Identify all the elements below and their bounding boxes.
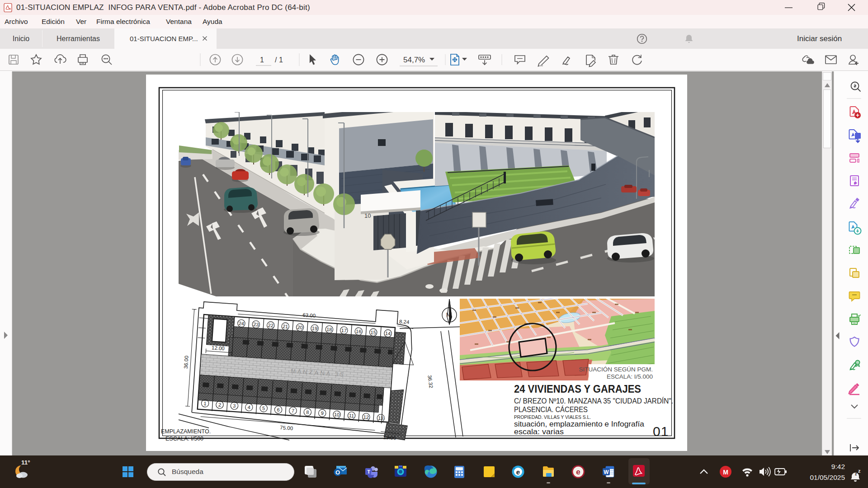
svg-text:20: 20 bbox=[297, 324, 303, 330]
svg-text:escala: varias: escala: varias bbox=[514, 427, 564, 436]
svg-text:11: 11 bbox=[349, 413, 354, 418]
svg-text:PLASENCIA. CÁCERES: PLASENCIA. CÁCERES bbox=[514, 405, 588, 413]
svg-text:2: 2 bbox=[218, 402, 222, 408]
svg-text:z: z bbox=[855, 472, 857, 476]
svg-text:21: 21 bbox=[283, 324, 288, 329]
svg-text:14: 14 bbox=[385, 330, 391, 336]
svg-text:C/ BREZO Nº10. MANZANA 35 "CIU: C/ BREZO Nº10. MANZANA 35 "CIUDAD JARDÍN… bbox=[514, 397, 673, 405]
svg-text:24: 24 bbox=[238, 320, 244, 326]
svg-text:SITUACIÓN SEGÚN PGM.: SITUACIÓN SEGÚN PGM. bbox=[579, 366, 653, 373]
svg-text:63.00: 63.00 bbox=[302, 312, 316, 319]
svg-text:4: 4 bbox=[247, 404, 250, 410]
svg-text:12.00: 12.00 bbox=[212, 345, 225, 351]
svg-text:M: M bbox=[723, 469, 728, 476]
svg-text:8: 8 bbox=[306, 409, 309, 415]
svg-text:01/05/2025: 01/05/2025 bbox=[810, 474, 845, 481]
svg-text:17: 17 bbox=[341, 328, 347, 333]
svg-text:19: 19 bbox=[311, 325, 317, 331]
svg-text:PROPIEDAD. VILLAS Y VIALES S.L: PROPIEDAD. VILLAS Y VIALES S.L. bbox=[514, 414, 591, 420]
svg-text:9: 9 bbox=[321, 410, 324, 416]
svg-text:6: 6 bbox=[277, 407, 280, 412]
svg-text:9:42: 9:42 bbox=[831, 463, 845, 470]
svg-text:13.06: 13.06 bbox=[383, 435, 396, 441]
svg-text:ESCALA: I/500: ESCALA: I/500 bbox=[165, 436, 203, 442]
svg-text:O: O bbox=[335, 469, 340, 476]
svg-text:36.00: 36.00 bbox=[183, 356, 189, 369]
svg-text:10: 10 bbox=[334, 412, 340, 418]
svg-text:13: 13 bbox=[378, 415, 384, 421]
svg-text:15: 15 bbox=[370, 329, 376, 335]
svg-text:T: T bbox=[367, 469, 370, 474]
svg-text:10: 10 bbox=[364, 212, 371, 219]
svg-text:16: 16 bbox=[356, 328, 362, 334]
svg-text:ESCALA: I/5.000: ESCALA: I/5.000 bbox=[607, 373, 653, 380]
svg-text:18: 18 bbox=[326, 327, 332, 333]
svg-text:12: 12 bbox=[363, 414, 369, 420]
svg-text:8.24: 8.24 bbox=[399, 319, 410, 325]
svg-text:1: 1 bbox=[260, 56, 264, 64]
svg-text:54,7%: 54,7% bbox=[403, 56, 425, 64]
svg-text:23: 23 bbox=[253, 321, 259, 327]
svg-text:e: e bbox=[576, 468, 580, 476]
svg-text:24 VIVIENDAS Y GARAJES: 24 VIVIENDAS Y GARAJES bbox=[514, 383, 641, 395]
svg-text:z: z bbox=[858, 468, 861, 474]
svg-text:01: 01 bbox=[653, 424, 669, 439]
svg-text:1: 1 bbox=[203, 400, 207, 406]
svg-text:36.32: 36.32 bbox=[427, 375, 434, 388]
svg-text:5: 5 bbox=[262, 405, 265, 411]
svg-text:75.00: 75.00 bbox=[280, 425, 293, 431]
svg-text:W: W bbox=[604, 469, 609, 475]
svg-text:N: N bbox=[446, 312, 450, 318]
svg-text:EMPLAZAMIENTO.: EMPLAZAMIENTO. bbox=[161, 428, 211, 435]
svg-text:e: e bbox=[516, 468, 520, 476]
svg-text:3: 3 bbox=[233, 403, 236, 408]
svg-text:/ 1: / 1 bbox=[275, 56, 283, 64]
svg-text:22: 22 bbox=[268, 323, 274, 328]
svg-text:7: 7 bbox=[292, 408, 295, 413]
svg-text:situación, emplazamiento e Inf: situación, emplazamiento e Infografía bbox=[514, 420, 645, 428]
